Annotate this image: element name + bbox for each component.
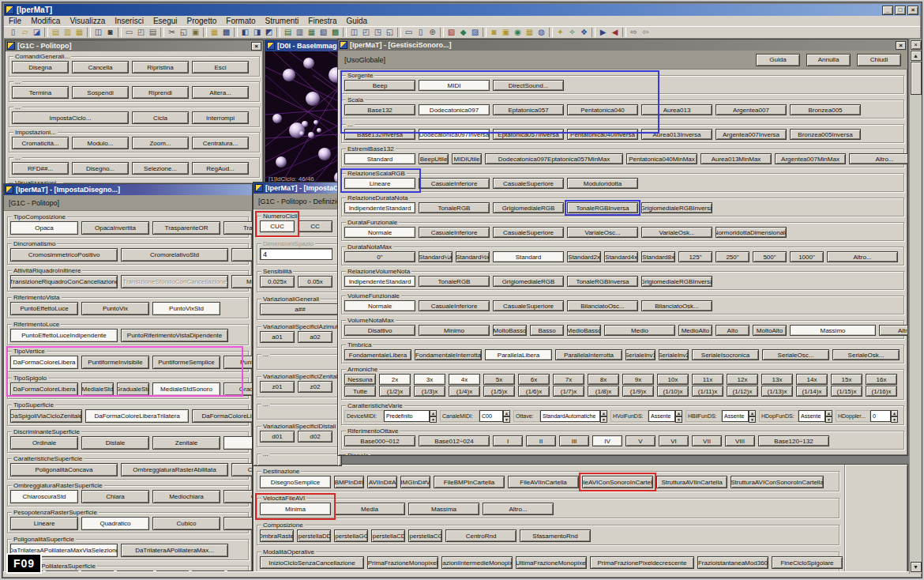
button-chia[interactable]: Chia (223, 490, 253, 503)
button-12x[interactable]: 12x (727, 374, 758, 385)
button-1-3-x[interactable]: (1/3)x (414, 386, 445, 397)
button-transizioneriquadroconcancellazione[interactable]: TransizioneRiquadroConCancellazione (10, 275, 118, 288)
button-puntiformeinvisibile[interactable]: PuntiformeInvisibile (81, 356, 149, 369)
button-beeputile[interactable]: BeepUtile (419, 153, 449, 164)
menu-strumenti[interactable]: Strumenti (261, 17, 304, 25)
button-1-7-x[interactable]: (1/7)x (553, 386, 584, 397)
button-ombraraster[interactable]: OmbraRaster (260, 529, 294, 542)
button-altro[interactable]: Altro... (827, 251, 898, 262)
monitor-alt-icon[interactable]: ▯ (415, 27, 426, 38)
chart-green-icon[interactable]: ◆ (457, 27, 469, 38)
button-trasparen[interactable]: Trasparen (223, 221, 253, 235)
db-disc-icon[interactable]: ◍ (535, 27, 547, 38)
button-cromor[interactable]: Cromor (231, 463, 253, 476)
minimize-button[interactable]: _ (882, 6, 893, 15)
button-parallelainterrotta[interactable]: ParallelaInterrotta (555, 349, 622, 360)
button-disegnosemplice[interactable]: DisegnoSemplice (260, 476, 331, 488)
button-altro[interactable]: Altro... (483, 503, 554, 515)
button-viii[interactable]: VIII (725, 435, 755, 446)
button-casualeinferiore[interactable]: CasualeInferiore (419, 178, 490, 189)
button-daformacolorelibera[interactable]: DaFormaColoreLibera (192, 409, 253, 423)
button-varialeosc[interactable]: VarialeOsc... (567, 227, 638, 238)
button-4x[interactable]: 4x (449, 374, 480, 385)
button-chiaroscurastd[interactable]: ChiaroscuraStd (10, 490, 78, 503)
button-ripristina[interactable]: Ripristina (132, 61, 189, 73)
button-moltoalto[interactable]: MoltoAlto (753, 325, 787, 336)
button-eptatonica057[interactable]: Eptatonica057 (493, 104, 564, 115)
button-sfasamentornd[interactable]: SfasamentoRnd (520, 529, 591, 542)
scroll-thumb[interactable] (911, 62, 922, 95)
button-cc[interactable]: CC (298, 220, 332, 232)
table-hatch-icon[interactable]: ▧ (317, 27, 329, 38)
cut-icon[interactable]: ✂ (166, 27, 178, 38)
button-medio[interactable]: Medio (604, 325, 675, 336)
table-dense-icon[interactable]: ▩ (329, 27, 341, 38)
doc-series-icon[interactable]: ▦ (73, 27, 85, 38)
button-bronzea005[interactable]: Bronzea005 (790, 104, 861, 115)
close-button[interactable]: × (907, 6, 918, 15)
button-11x[interactable]: 11x (692, 374, 723, 385)
button-distale[interactable]: Distale (81, 436, 149, 450)
gestiscisonoro-title-bar[interactable]: [IperMaT] - [GestisciSonoro...] × (338, 40, 907, 51)
button-minimo[interactable]: Minimo (419, 325, 490, 336)
button-medialestd[interactable]: MedialeStd (81, 382, 114, 396)
open-icon[interactable]: ▱ (19, 27, 31, 38)
button-a02[interactable]: a02 (298, 331, 332, 343)
button-serialeinv1[interactable]: SerialeInv1 (625, 349, 655, 360)
button-standard[interactable]: Standard (493, 251, 564, 262)
button-1-8-x[interactable]: (1/8)x (588, 386, 619, 397)
button-d01[interactable]: d01 (260, 431, 295, 443)
button-daformacolorelibera[interactable]: DaFormaColoreLibera (10, 356, 78, 369)
button-iperstellagg[interactable]: IperstellaGG (334, 529, 368, 542)
button-bilanciatoosc[interactable]: BilanciatoOsc... (567, 300, 638, 311)
button-fileaviconsonoroincartella[interactable]: FileAVIConSonoroInCartella (582, 476, 653, 488)
close-icon[interactable]: × (911, 40, 922, 50)
button-centratura[interactable]: Centratura... (192, 137, 249, 149)
window-left-icon[interactable]: ◧ (239, 27, 251, 38)
window-right-icon[interactable]: ◨ (251, 27, 263, 38)
button-10x[interactable]: 10x (657, 374, 689, 385)
button-1-11-x[interactable]: (1/11)x (692, 386, 723, 397)
button-iperstelladd[interactable]: IperstellaDD (297, 529, 331, 542)
button-midiutile[interactable]: MIDIUtile (452, 153, 482, 164)
button-base132inversa[interactable]: Base132Inversa (344, 129, 415, 140)
button-v[interactable]: V (625, 435, 655, 446)
button-bmpind-i[interactable]: BMPInD#I (334, 476, 364, 488)
button-base000-012[interactable]: Base000÷012 (344, 435, 415, 446)
button-fineciclospigolare[interactable]: FineCicloSpigolare (772, 556, 843, 569)
button-puntiformesemplice[interactable]: PuntiformeSemplice (152, 356, 220, 369)
table-rows-icon[interactable]: ▥ (294, 27, 306, 38)
play-icon[interactable]: ▶ (597, 27, 609, 38)
button-primafrazionemonopixel[interactable]: PrimaFrazioneMonopixel (367, 556, 438, 569)
button-bronzea005inversa[interactable]: Bronzea005Inversa (790, 129, 861, 140)
spinner-value[interactable]: StandardAutomatiche (540, 410, 600, 422)
button-a01[interactable]: a01 (260, 331, 295, 343)
button-0-025x[interactable]: 0.025x (260, 276, 295, 288)
button-ii[interactable]: II (526, 435, 556, 446)
button-media[interactable]: Media (334, 503, 405, 515)
button-standard-x[interactable]: Standard½x (456, 251, 490, 262)
open-project-icon[interactable]: ◪ (31, 27, 43, 38)
button-esci[interactable]: Esci (192, 61, 249, 73)
button-6x[interactable]: 6x (518, 374, 550, 385)
spinner-value[interactable]: Assente (722, 410, 749, 422)
button-pentatonica040[interactable]: Pentatonica040 (567, 104, 638, 115)
button-grigiomedialergbinversa[interactable]: GrigiomedialeRGBInversa (641, 276, 712, 287)
rewind-icon[interactable]: ◀ (609, 27, 621, 38)
button-daformacolorelibera[interactable]: DaFormaColoreLibera (10, 382, 78, 396)
button-transizionesfondoconcancellazione[interactable]: TransizioneSfondoConCancellazione (121, 275, 228, 288)
button-indipendentestandard[interactable]: IndipendenteStandard (344, 202, 415, 213)
scroll-up-icon[interactable]: ▲ (911, 51, 922, 61)
close-icon[interactable]: × (251, 42, 261, 51)
button-tonalergbinversa[interactable]: TonaleRGBInversa (567, 276, 638, 287)
politopo-title-bar[interactable]: [G1C - Politopo] × (6, 40, 263, 51)
impostaciclo-title-bar[interactable]: [IperMaT] - [ImpostaCiclo...] (254, 183, 341, 194)
button-modulo[interactable]: Modulo... (72, 137, 129, 149)
button-cro[interactable]: Cro (231, 248, 253, 262)
scroll-down-icon[interactable]: ▼ (911, 562, 922, 572)
button-0[interactable]: 0" (344, 251, 415, 262)
spinner-arrows-icon[interactable]: ▲▼ (749, 410, 756, 422)
button-serialeisocronica[interactable]: SerialeIsocronica (692, 349, 759, 360)
button-gradualestd[interactable]: GradualeStd (117, 382, 149, 396)
button-z02[interactable]: z02 (298, 381, 332, 393)
